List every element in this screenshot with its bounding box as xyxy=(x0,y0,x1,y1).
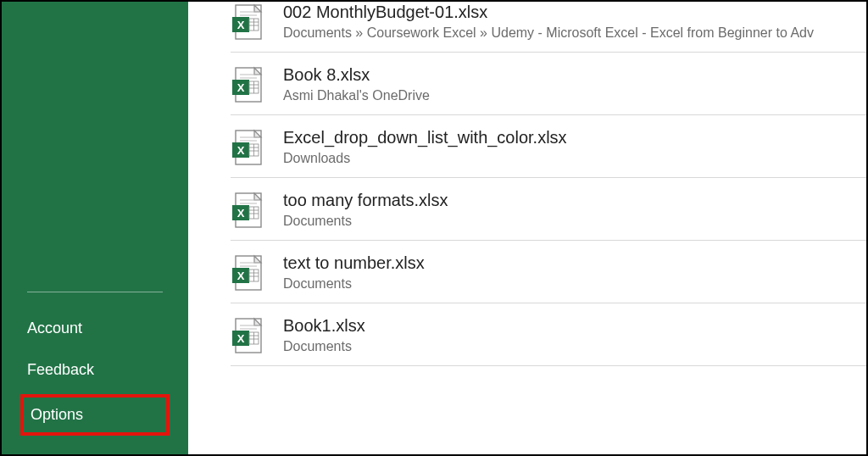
file-row[interactable]: X 002 MonthlyBudget-01.xlsx Documents » … xyxy=(231,2,866,53)
sidebar-item-feedback[interactable]: Feedback xyxy=(2,349,188,391)
svg-text:X: X xyxy=(237,207,245,220)
svg-text:X: X xyxy=(237,19,245,31)
file-path: Documents » Coursework Excel » Udemy - M… xyxy=(283,25,814,42)
file-text: text to number.xlsx Documents xyxy=(283,253,425,292)
file-path: Asmi Dhakal's OneDrive xyxy=(283,87,430,104)
sidebar-item-account[interactable]: Account xyxy=(2,308,188,349)
excel-file-icon: X xyxy=(231,3,263,41)
sidebar-divider xyxy=(27,292,163,292)
file-name: Excel_drop_down_list_with_color.xlsx xyxy=(283,127,567,148)
file-row[interactable]: X Book 8.xlsx Asmi Dhakal's OneDrive xyxy=(231,53,866,115)
file-text: Excel_drop_down_list_with_color.xlsx Dow… xyxy=(283,127,567,167)
excel-file-icon: X xyxy=(231,254,263,292)
file-path: Documents xyxy=(283,213,448,230)
file-text: 002 MonthlyBudget-01.xlsx Documents » Co… xyxy=(283,2,814,42)
file-row[interactable]: X too many formats.xlsx Documents xyxy=(231,178,866,241)
file-name: text to number.xlsx xyxy=(283,253,425,274)
excel-file-icon: X xyxy=(231,66,263,103)
sidebar-item-label: Options xyxy=(31,406,83,423)
file-text: Book1.xlsx Documents xyxy=(283,315,365,355)
svg-text:X: X xyxy=(237,144,245,157)
file-name: 002 MonthlyBudget-01.xlsx xyxy=(283,2,814,23)
svg-text:X: X xyxy=(237,332,245,345)
sidebar-item-options[interactable]: Options xyxy=(20,394,170,436)
svg-text:X: X xyxy=(237,81,245,94)
excel-file-icon: X xyxy=(231,129,263,166)
svg-text:X: X xyxy=(237,270,245,282)
excel-file-icon: X xyxy=(231,317,263,354)
sidebar: Account Feedback Options xyxy=(2,2,188,454)
file-row[interactable]: X text to number.xlsx Documents xyxy=(231,241,866,303)
file-name: too many formats.xlsx xyxy=(283,190,448,211)
file-text: Book 8.xlsx Asmi Dhakal's OneDrive xyxy=(283,64,430,104)
sidebar-item-label: Feedback xyxy=(27,361,94,378)
sidebar-item-label: Account xyxy=(27,320,82,336)
excel-file-icon: X xyxy=(231,192,263,229)
recent-file-list: X 002 MonthlyBudget-01.xlsx Documents » … xyxy=(188,2,866,366)
file-path: Documents xyxy=(283,275,425,292)
file-text: too many formats.xlsx Documents xyxy=(283,190,448,230)
file-row[interactable]: X Excel_drop_down_list_with_color.xlsx D… xyxy=(231,115,866,178)
file-path: Downloads xyxy=(283,150,567,167)
file-path: Documents xyxy=(283,338,365,355)
file-name: Book 8.xlsx xyxy=(283,64,430,86)
file-row[interactable]: X Book1.xlsx Documents xyxy=(231,303,866,366)
main-content: X 002 MonthlyBudget-01.xlsx Documents » … xyxy=(188,2,866,454)
file-name: Book1.xlsx xyxy=(283,315,365,336)
